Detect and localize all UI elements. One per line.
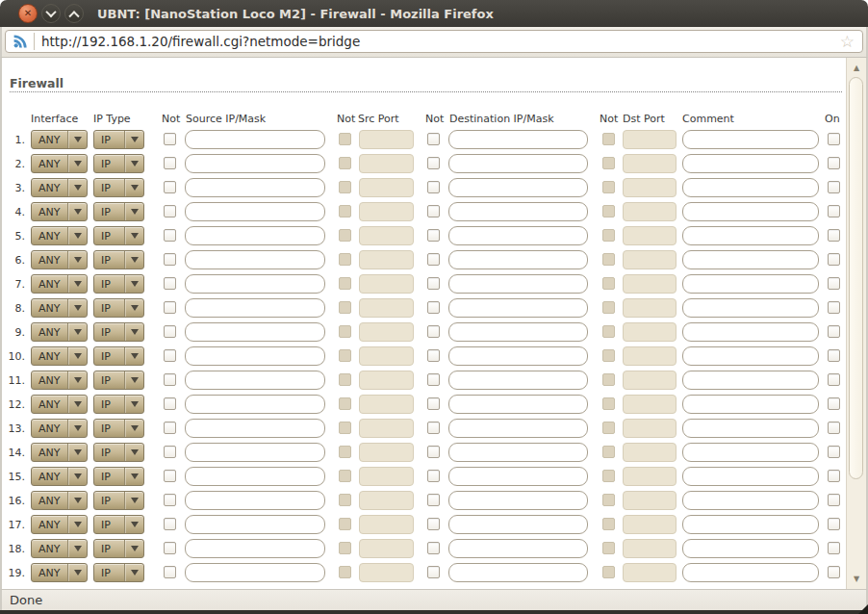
destination-ip-mask-input[interactable] [448, 515, 588, 534]
ip-type-select[interactable]: IP [93, 178, 144, 197]
not-source-checkbox[interactable] [164, 205, 176, 217]
source-ip-mask-input[interactable] [185, 419, 325, 438]
ip-type-select[interactable]: IP [93, 202, 144, 221]
not-destination-checkbox[interactable] [427, 301, 440, 314]
not-source-checkbox[interactable] [164, 373, 176, 386]
source-ip-mask-input[interactable] [185, 250, 325, 269]
source-ip-mask-input[interactable] [185, 226, 325, 245]
comment-input[interactable] [682, 178, 819, 197]
not-destination-checkbox[interactable] [427, 253, 440, 266]
comment-input[interactable] [682, 467, 819, 486]
rule-on-checkbox[interactable] [828, 229, 840, 242]
scroll-down-button[interactable]: ▼ [847, 571, 866, 586]
source-ip-mask-input[interactable] [185, 346, 325, 366]
not-source-checkbox[interactable] [164, 470, 176, 482]
url-bar[interactable]: http://192.168.1.20/firewall.cgi?netmode… [5, 30, 863, 53]
not-destination-checkbox[interactable] [427, 566, 440, 578]
ip-type-select[interactable]: IP [93, 298, 144, 318]
window-minimize-button[interactable] [41, 4, 61, 23]
destination-ip-mask-input[interactable] [448, 322, 588, 342]
source-ip-mask-input[interactable] [185, 298, 325, 318]
not-destination-checkbox[interactable] [427, 181, 440, 193]
interface-select[interactable]: ANY [31, 226, 88, 245]
not-destination-checkbox[interactable] [427, 397, 440, 410]
source-ip-mask-input[interactable] [185, 515, 325, 534]
ip-type-select[interactable]: IP [93, 226, 144, 245]
resize-grip[interactable] [858, 604, 868, 614]
not-destination-checkbox[interactable] [427, 446, 440, 458]
rule-on-checkbox[interactable] [828, 373, 840, 386]
source-ip-mask-input[interactable] [185, 563, 325, 582]
not-destination-checkbox[interactable] [427, 542, 440, 554]
window-close-button[interactable]: ✕ [18, 4, 38, 23]
destination-ip-mask-input[interactable] [448, 154, 588, 173]
destination-ip-mask-input[interactable] [448, 130, 588, 149]
not-destination-checkbox[interactable] [427, 205, 440, 217]
source-ip-mask-input[interactable] [185, 202, 325, 221]
scroll-up-button[interactable]: ▲ [847, 60, 866, 75]
destination-ip-mask-input[interactable] [448, 274, 588, 294]
destination-ip-mask-input[interactable] [448, 419, 588, 438]
ip-type-select[interactable]: IP [93, 371, 144, 390]
window-maximize-button[interactable] [64, 4, 84, 23]
rss-feed-icon[interactable] [13, 34, 28, 49]
comment-input[interactable] [682, 419, 819, 438]
not-destination-checkbox[interactable] [427, 422, 440, 434]
rule-on-checkbox[interactable] [828, 542, 840, 554]
comment-input[interactable] [682, 250, 819, 269]
destination-ip-mask-input[interactable] [448, 298, 588, 318]
comment-input[interactable] [682, 274, 819, 294]
not-source-checkbox[interactable] [164, 157, 176, 169]
rule-on-checkbox[interactable] [828, 494, 840, 506]
comment-input[interactable] [682, 154, 819, 173]
comment-input[interactable] [682, 371, 819, 390]
comment-input[interactable] [682, 443, 819, 462]
destination-ip-mask-input[interactable] [448, 467, 588, 486]
source-ip-mask-input[interactable] [185, 154, 325, 173]
not-destination-checkbox[interactable] [427, 470, 440, 482]
comment-input[interactable] [682, 346, 819, 366]
comment-input[interactable] [682, 226, 819, 245]
destination-ip-mask-input[interactable] [448, 491, 588, 510]
ip-type-select[interactable]: IP [93, 467, 144, 486]
interface-select[interactable]: ANY [31, 274, 88, 294]
ip-type-select[interactable]: IP [93, 563, 144, 582]
ip-type-select[interactable]: IP [93, 419, 144, 438]
rule-on-checkbox[interactable] [828, 422, 840, 434]
comment-input[interactable] [682, 322, 819, 342]
comment-input[interactable] [682, 539, 819, 558]
rule-on-checkbox[interactable] [828, 157, 840, 169]
rule-on-checkbox[interactable] [828, 566, 840, 578]
rule-on-checkbox[interactable] [828, 470, 840, 482]
rule-on-checkbox[interactable] [828, 253, 840, 266]
not-source-checkbox[interactable] [164, 277, 176, 290]
rule-on-checkbox[interactable] [828, 277, 840, 290]
rule-on-checkbox[interactable] [828, 325, 840, 338]
scrollbar-thumb[interactable] [849, 77, 863, 479]
vertical-scrollbar[interactable]: ▲ ▼ [846, 58, 866, 589]
rule-on-checkbox[interactable] [828, 301, 840, 314]
interface-select[interactable]: ANY [31, 322, 88, 342]
not-source-checkbox[interactable] [164, 494, 176, 506]
not-source-checkbox[interactable] [164, 301, 176, 314]
url-text[interactable]: http://192.168.1.20/firewall.cgi?netmode… [41, 34, 834, 49]
comment-input[interactable] [682, 563, 819, 582]
interface-select[interactable]: ANY [31, 298, 88, 318]
not-destination-checkbox[interactable] [427, 277, 440, 290]
ip-type-select[interactable]: IP [93, 346, 144, 366]
ip-type-select[interactable]: IP [93, 130, 144, 149]
ip-type-select[interactable]: IP [93, 443, 144, 462]
not-source-checkbox[interactable] [164, 518, 176, 530]
not-source-checkbox[interactable] [164, 566, 176, 578]
not-source-checkbox[interactable] [164, 229, 176, 242]
rule-on-checkbox[interactable] [828, 349, 840, 362]
interface-select[interactable]: ANY [31, 443, 88, 462]
comment-input[interactable] [682, 395, 819, 414]
comment-input[interactable] [682, 202, 819, 221]
source-ip-mask-input[interactable] [185, 467, 325, 486]
source-ip-mask-input[interactable] [185, 395, 325, 414]
source-ip-mask-input[interactable] [185, 274, 325, 294]
destination-ip-mask-input[interactable] [448, 202, 588, 221]
destination-ip-mask-input[interactable] [448, 371, 588, 390]
interface-select[interactable]: ANY [31, 154, 88, 173]
